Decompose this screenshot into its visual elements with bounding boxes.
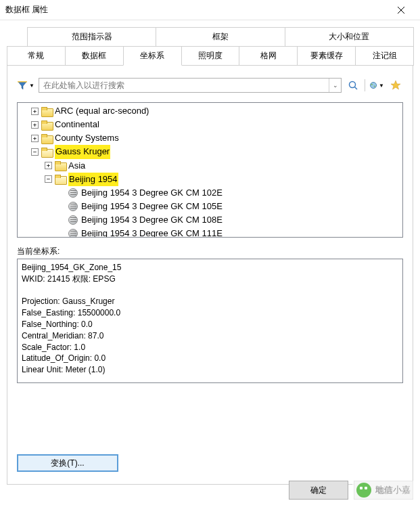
folder-open-icon [41, 148, 52, 156]
funnel-icon [17, 80, 28, 91]
tree-item-label: Beijing 1954 3 Degree GK CM 108E [81, 213, 223, 227]
folder-icon [41, 134, 52, 143]
tab-row-top: 范围指示器 框架 大小和位置 [7, 27, 413, 47]
tab-size-position[interactable]: 大小和位置 [285, 27, 414, 47]
search-box: ⌄ [39, 78, 342, 93]
tab-row-bottom: 常规 数据框 坐标系 照明度 格网 要素缓存 注记组 [7, 46, 413, 66]
filter-button[interactable]: ▼ [17, 78, 34, 93]
separator [365, 79, 365, 91]
tree-item-label: ARC (equal arc-second) [55, 104, 149, 118]
chevron-down-icon: ▼ [29, 83, 34, 89]
expand-icon[interactable]: + [31, 121, 39, 129]
collapse-icon[interactable]: − [31, 148, 39, 156]
globe-icon [68, 215, 78, 225]
current-cs-label: 当前坐标系: [17, 246, 403, 257]
folder-icon [55, 161, 66, 170]
tab-area: 范围指示器 框架 大小和位置 常规 数据框 坐标系 照明度 格网 要素缓存 注记… [0, 20, 420, 485]
wechat-icon [356, 483, 371, 498]
svg-point-3 [350, 82, 356, 88]
tab-frame[interactable]: 框架 [156, 27, 285, 47]
expand-icon[interactable]: + [45, 162, 52, 169]
tree-row[interactable]: Beijing 1954 3 Degree GK CM 111E [18, 227, 402, 238]
tree-item-label: Beijing 1954 3 Degree GK CM 111E [81, 227, 223, 238]
title-bar: 数据框 属性 [0, 0, 420, 20]
tree-row[interactable]: Beijing 1954 3 Degree GK CM 102E [18, 186, 402, 200]
tab-coordinate-system[interactable]: 坐标系 [123, 46, 182, 66]
folder-open-icon [55, 175, 66, 183]
coordinate-system-tree[interactable]: +ARC (equal arc-second)+Continental+Coun… [17, 102, 403, 238]
tree-row[interactable]: −Beijing 1954 [18, 173, 402, 186]
tree-row[interactable]: +Asia [18, 159, 402, 173]
chevron-down-icon: ▼ [379, 83, 384, 89]
transformations-button[interactable]: 变换(T)... [17, 454, 118, 472]
tab-dataframe[interactable]: 数据框 [65, 46, 124, 66]
collapse-icon[interactable]: − [45, 175, 52, 183]
toolbar: ▼ ⌄ ▼ [17, 78, 403, 93]
tab-annotation-groups[interactable]: 注记组 [355, 46, 414, 66]
tree-item-label: Asia [68, 159, 85, 173]
globe-tool-button[interactable]: ▼ [369, 78, 384, 93]
tree-item-label: Gauss Kruger [55, 145, 110, 158]
globe-icon [68, 188, 78, 198]
search-dropdown-arrow[interactable]: ⌄ [329, 79, 341, 92]
folder-icon [41, 120, 52, 129]
tree-row[interactable]: +Continental [18, 118, 402, 131]
tree-item-label: County Systems [55, 131, 119, 145]
tab-general[interactable]: 常规 [7, 46, 66, 66]
tree-row[interactable]: Beijing 1954 3 Degree GK CM 108E [18, 213, 402, 227]
tree-item-label: Continental [55, 118, 99, 131]
search-icon [348, 80, 358, 91]
expand-icon[interactable]: + [31, 108, 39, 115]
tab-grids[interactable]: 格网 [239, 46, 298, 66]
tree-row[interactable]: −Gauss Kruger [18, 145, 402, 158]
globe-icon [68, 202, 78, 211]
tab-extent-indicator[interactable]: 范围指示器 [27, 27, 156, 47]
tree-row[interactable]: Beijing 1954 3 Degree GK CM 105E [18, 200, 402, 213]
favorite-button[interactable] [388, 78, 403, 93]
tree-item-label: Beijing 1954 3 Degree GK CM 105E [81, 200, 223, 213]
globe-icon [369, 80, 377, 91]
tab-illumination[interactable]: 照明度 [181, 46, 240, 66]
tab-feature-cache[interactable]: 要素缓存 [297, 46, 356, 66]
current-cs-details[interactable]: Beijing_1954_GK_Zone_15 WKID: 21415 权限: … [17, 259, 403, 383]
close-icon [397, 6, 405, 14]
window-title: 数据框 属性 [5, 4, 388, 16]
folder-icon [41, 107, 52, 116]
globe-icon [68, 229, 78, 238]
search-input[interactable] [39, 81, 329, 90]
star-icon [390, 80, 401, 91]
ok-button[interactable]: 确定 [289, 481, 348, 500]
watermark: 地信小嘉 [352, 481, 415, 500]
svg-line-4 [355, 87, 358, 90]
tree-item-label: Beijing 1954 [68, 173, 118, 186]
tab-content: ▼ ⌄ ▼ [7, 65, 413, 485]
svg-rect-2 [18, 81, 27, 83]
tree-row[interactable]: +County Systems [18, 131, 402, 145]
svg-point-5 [371, 82, 377, 88]
search-button[interactable] [346, 78, 360, 93]
watermark-text: 地信小嘉 [375, 484, 411, 496]
tree-row[interactable]: +ARC (equal arc-second) [18, 104, 402, 118]
expand-icon[interactable]: + [31, 135, 39, 142]
close-button[interactable] [388, 0, 415, 20]
tree-item-label: Beijing 1954 3 Degree GK CM 102E [81, 186, 223, 200]
